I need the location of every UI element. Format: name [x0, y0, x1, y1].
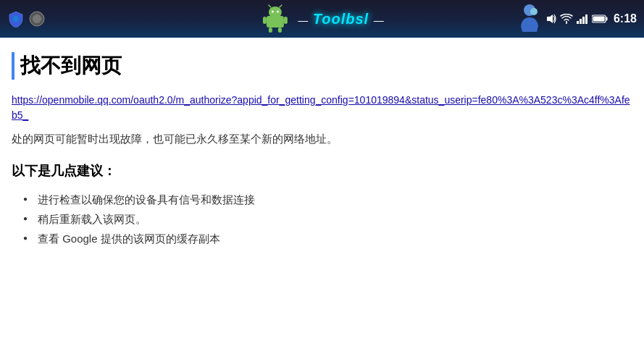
svg-point-0 [13, 16, 19, 22]
svg-rect-19 [585, 14, 587, 24]
android-robot-icon [259, 3, 290, 35]
svg-rect-17 [580, 19, 582, 24]
character-icon [517, 4, 543, 33]
svg-rect-18 [582, 17, 585, 24]
svg-rect-16 [577, 21, 579, 24]
top-bar-right: 6:18 [517, 4, 637, 33]
svg-line-8 [279, 5, 281, 7]
shield-icon [7, 10, 25, 28]
logo-dash-left: — [298, 14, 308, 26]
top-bar: — Toolbsl — [0, 0, 644, 38]
page-title: 找不到网页 [12, 52, 632, 80]
svg-marker-15 [547, 14, 553, 23]
suggestion-item: 稍后重新载入该网页。 [23, 209, 632, 229]
volume-icon [545, 13, 557, 25]
suggestion-item: 查看 Google 提供的该网页的缓存副本 [23, 229, 632, 248]
svg-line-7 [268, 5, 270, 7]
svg-point-4 [268, 7, 281, 18]
svg-rect-12 [277, 28, 281, 33]
suggestion-item: 进行检查以确保您的设备具有信号和数据连接 [23, 190, 632, 209]
logo-text: Toolbsl [313, 11, 369, 27]
error-description: 处的网页可能暂时出现故障，也可能已永久移至某个新的网络地址。 [12, 130, 632, 148]
battery-icon [592, 14, 608, 23]
svg-point-2 [33, 14, 41, 23]
content-area: 找不到网页 https://openmobile.qq.com/oauth2.0… [0, 38, 644, 362]
svg-point-14 [530, 8, 538, 15]
top-bar-left [7, 10, 45, 28]
wifi-icon [560, 14, 573, 24]
top-bar-center: — Toolbsl — [259, 3, 385, 35]
svg-rect-10 [283, 17, 287, 24]
circle-icon [29, 11, 45, 27]
logo-dash-right: — [374, 14, 384, 26]
svg-point-6 [276, 11, 278, 13]
svg-rect-21 [606, 17, 607, 21]
time-display: 6:18 [614, 12, 637, 25]
svg-point-5 [271, 11, 273, 13]
logo-area: — Toolbsl — [296, 11, 385, 28]
signal-icon [576, 14, 589, 24]
suggestions-title: 以下是几点建议： [12, 162, 632, 180]
svg-rect-9 [262, 17, 266, 24]
error-url[interactable]: https://openmobile.qq.com/oauth2.0/m_aut… [12, 93, 632, 123]
suggestions-list: 进行检查以确保您的设备具有信号和数据连接稍后重新载入该网页。查看 Google … [12, 190, 632, 248]
svg-rect-11 [268, 28, 272, 33]
svg-rect-22 [593, 17, 604, 22]
